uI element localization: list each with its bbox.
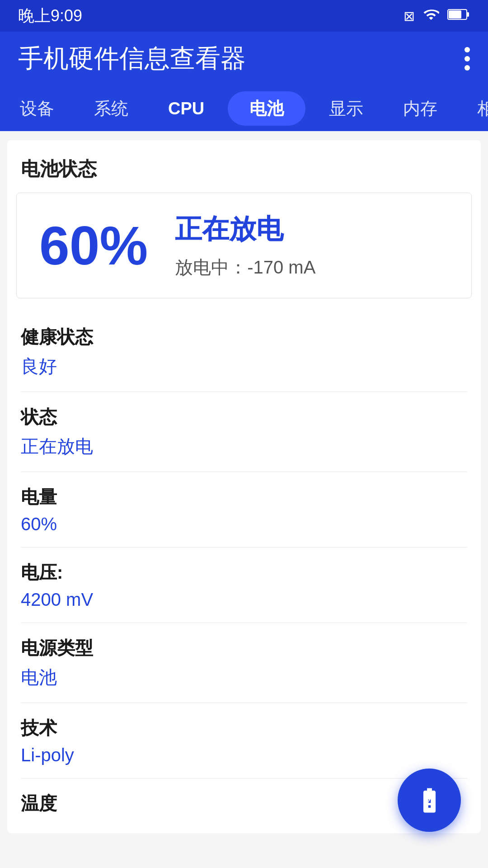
dot3 xyxy=(465,65,470,71)
section-title: 电池状态 xyxy=(7,140,481,193)
info-value-power-type: 电池 xyxy=(21,665,467,690)
app-bar: 手机硬件信息查看器 xyxy=(0,32,488,86)
tab-battery[interactable]: 电池 xyxy=(228,91,305,126)
tab-system[interactable]: 系统 xyxy=(74,86,148,131)
battery-status-right: 正在放电 放电中：-170 mA xyxy=(175,211,315,280)
battery-status-label: 正在放电 xyxy=(175,211,315,248)
battery-status-icon xyxy=(447,8,470,24)
battery-percent-display: 60% xyxy=(39,214,148,277)
app-title: 手机硬件信息查看器 xyxy=(18,42,246,76)
dot1 xyxy=(465,47,470,52)
battery-current: 放电中：-170 mA xyxy=(175,255,315,280)
battery-info-list: 健康状态 良好 状态 正在放电 电量 60% 电压: 4200 mV 电源类型 … xyxy=(7,312,481,833)
close-icon: ⊠ xyxy=(404,8,415,24)
list-item: 电源类型 电池 xyxy=(21,623,467,703)
status-icons: ⊠ xyxy=(404,6,470,26)
info-value-health: 良好 xyxy=(21,354,467,379)
list-item: 电压: 4200 mV xyxy=(21,547,467,623)
tab-bar: 设备 系统 CPU 电池 显示 内存 相 xyxy=(0,86,488,131)
tab-cpu[interactable]: CPU xyxy=(148,86,224,131)
tab-display[interactable]: 显示 xyxy=(309,86,383,131)
svg-rect-2 xyxy=(449,10,461,19)
status-bar: 晚上9:09 ⊠ xyxy=(0,0,488,32)
info-value-status: 正在放电 xyxy=(21,434,467,459)
info-value-voltage: 4200 mV xyxy=(21,590,467,610)
info-value-tech: Li-poly xyxy=(21,745,467,765)
status-time: 晚上9:09 xyxy=(18,5,82,27)
list-item: 状态 正在放电 xyxy=(21,392,467,472)
battery-fab-button[interactable] xyxy=(398,769,461,832)
more-menu-button[interactable] xyxy=(465,47,470,71)
dot2 xyxy=(465,56,470,61)
battery-summary-card: 60% 正在放电 放电中：-170 mA xyxy=(16,193,472,298)
info-value-level: 60% xyxy=(21,514,467,534)
tab-camera[interactable]: 相 xyxy=(457,86,488,131)
main-content: 电池状态 60% 正在放电 放电中：-170 mA 健康状态 良好 状态 正在放… xyxy=(7,140,481,833)
tab-device[interactable]: 设备 xyxy=(0,86,74,131)
list-item: 健康状态 良好 xyxy=(21,312,467,392)
list-item: 技术 Li-poly xyxy=(21,703,467,778)
tab-memory[interactable]: 内存 xyxy=(383,86,457,131)
battery-fab-icon xyxy=(415,786,444,815)
info-label-status: 状态 xyxy=(21,405,467,429)
info-label-level: 电量 xyxy=(21,485,467,509)
svg-rect-1 xyxy=(467,12,469,17)
info-label-voltage: 电压: xyxy=(21,560,467,585)
info-label-health: 健康状态 xyxy=(21,325,467,349)
list-item: 电量 60% xyxy=(21,472,467,547)
info-label-tech: 技术 xyxy=(21,716,467,741)
wifi-icon xyxy=(423,6,439,26)
info-label-power-type: 电源类型 xyxy=(21,636,467,660)
